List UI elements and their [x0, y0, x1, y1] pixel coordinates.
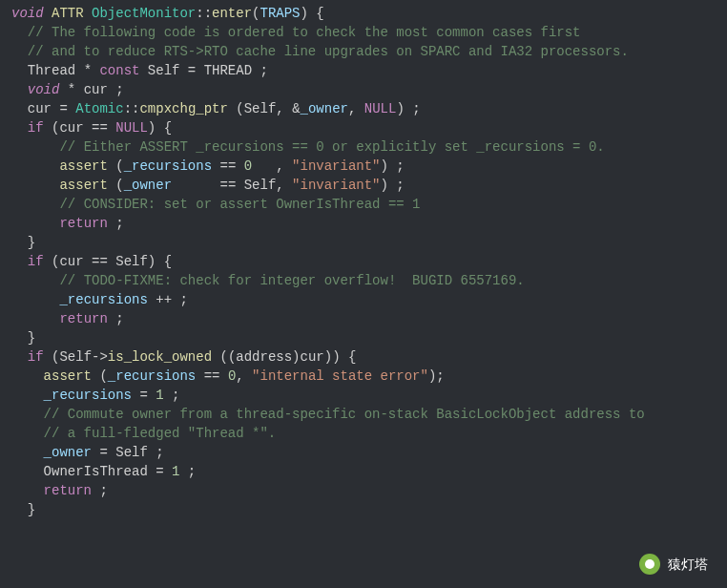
code-line: // The following code is ordered to chec…: [11, 23, 727, 42]
code-line: // and to reduce RTS->RTO cache line upg…: [11, 42, 727, 61]
code-line: // Commute owner from a thread-specific …: [11, 405, 727, 424]
code-block: void ATTR ObjectMonitor::enter(TRAPS) { …: [0, 0, 727, 519]
watermark: 猿灯塔: [639, 554, 708, 575]
code-line: _recursions = 1 ;: [11, 386, 727, 405]
code-line: assert (_recursions == 0 , "invariant") …: [11, 157, 727, 176]
watermark-text: 猿灯塔: [668, 555, 708, 574]
code-line: }: [11, 500, 727, 519]
code-line: }: [11, 233, 727, 252]
watermark-icon: [639, 554, 660, 575]
code-line: return ;: [11, 214, 727, 233]
code-line: // a full-fledged "Thread *".: [11, 424, 727, 443]
code-line: void * cur ;: [11, 80, 727, 99]
code-line: // TODO-FIXME: check for integer overflo…: [11, 271, 727, 290]
code-line: assert (_recursions == 0, "internal stat…: [11, 367, 727, 386]
code-line: assert (_owner == Self, "invariant") ;: [11, 176, 727, 195]
code-line: _recursions ++ ;: [11, 290, 727, 309]
code-line: OwnerIsThread = 1 ;: [11, 462, 727, 481]
code-line: Thread * const Self = THREAD ;: [11, 61, 727, 80]
code-line: if (Self->is_lock_owned ((address)cur)) …: [11, 347, 727, 367]
code-line: // Either ASSERT _recursions == 0 or exp…: [11, 137, 727, 157]
code-line: if (cur == NULL) {: [11, 118, 727, 137]
code-line: void ATTR ObjectMonitor::enter(TRAPS) {: [11, 4, 727, 23]
code-line: cur = Atomic::cmpxchg_ptr (Self, &_owner…: [11, 99, 727, 118]
code-line: }: [11, 328, 727, 347]
code-line: _owner = Self ;: [11, 443, 727, 462]
code-line: if (cur == Self) {: [11, 252, 727, 271]
code-line: return ;: [11, 309, 727, 328]
code-line: return ;: [11, 481, 727, 500]
code-line: // CONSIDER: set or assert OwnerIsThread…: [11, 195, 727, 214]
